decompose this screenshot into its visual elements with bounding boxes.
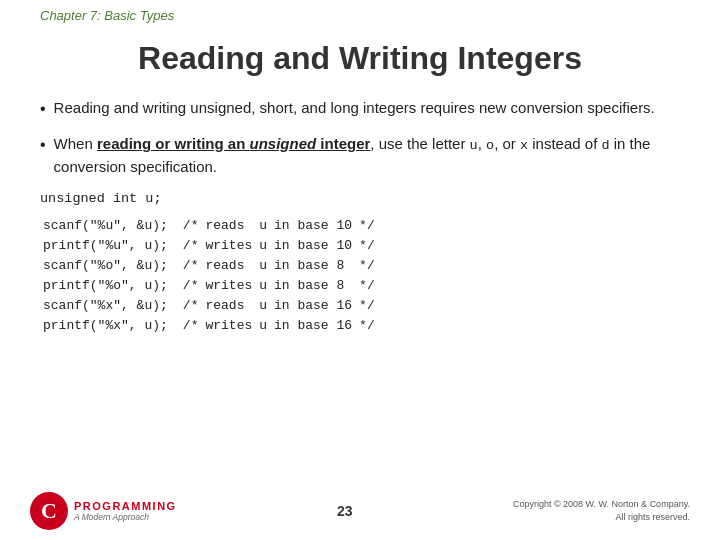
code-base-label: in base 10 <box>270 216 355 236</box>
code-comment-slash: /* <box>171 216 202 236</box>
code-comment-op: writes <box>201 236 255 256</box>
code-comment-op: writes <box>201 276 255 296</box>
chapter-label: Chapter 7: Basic Types <box>40 8 174 23</box>
code-comment-op: writes <box>201 316 255 336</box>
code-end: */ <box>355 296 378 316</box>
code-var: u <box>255 236 270 256</box>
code-base-label: in base 8 <box>270 256 355 276</box>
bullet-point-1: • <box>40 97 46 121</box>
logo-area: C PROGRAMMING A Modern Approach <box>30 492 177 530</box>
code-unsigned-line: unsigned int u; <box>40 191 680 206</box>
code-row: printf("%x", u); /* writes u in base 16 … <box>40 316 378 336</box>
code-base-label: in base 10 <box>270 236 355 256</box>
code-base-label: in base 16 <box>270 316 355 336</box>
code-row: scanf("%x", &u); /* reads u in base 16 *… <box>40 296 378 316</box>
bullet-point-2: • <box>40 133 46 157</box>
logo-c-circle: C <box>30 492 68 530</box>
page-title: Reading and Writing Integers <box>0 40 720 77</box>
logo-approach-text: A Modern Approach <box>74 512 177 522</box>
code-row: scanf("%o", &u); /* reads u in base 8 */ <box>40 256 378 276</box>
code-comment-slash: /* <box>171 296 202 316</box>
code-end: */ <box>355 216 378 236</box>
code-call: printf("%x", u); <box>40 316 171 336</box>
logo-programming-text: PROGRAMMING <box>74 500 177 512</box>
code-call: printf("%o", u); <box>40 276 171 296</box>
code-end: */ <box>355 276 378 296</box>
emphasis-reading: reading or writing an unsigned integer <box>97 135 370 152</box>
code-row: scanf("%u", &u); /* reads u in base 10 *… <box>40 216 378 236</box>
code-comment-op: reads <box>201 296 255 316</box>
code-var: u <box>255 276 270 296</box>
code-comment-slash: /* <box>171 236 202 256</box>
code-end: */ <box>355 256 378 276</box>
code-call: scanf("%o", &u); <box>40 256 171 276</box>
code-row: printf("%o", u); /* writes u in base 8 *… <box>40 276 378 296</box>
code-call: scanf("%u", &u); <box>40 216 171 236</box>
code-comment-slash: /* <box>171 256 202 276</box>
code-var: u <box>255 256 270 276</box>
footer: C PROGRAMMING A Modern Approach 23 Copyr… <box>0 492 720 530</box>
code-call: printf("%u", u); <box>40 236 171 256</box>
page-number: 23 <box>337 503 353 519</box>
code-call: scanf("%x", &u); <box>40 296 171 316</box>
code-comment-op: reads <box>201 256 255 276</box>
code-var: u <box>255 216 270 236</box>
bullet-1-text: Reading and writing unsigned, short, and… <box>54 97 655 120</box>
code-var: u <box>255 316 270 336</box>
bullet-1: • Reading and writing unsigned, short, a… <box>40 97 680 121</box>
code-var: u <box>255 296 270 316</box>
code-comment-slash: /* <box>171 316 202 336</box>
copyright-text: Copyright © 2008 W. W. Norton & Company.… <box>513 498 690 523</box>
bullet-2-text: When reading or writing an unsigned inte… <box>54 133 680 179</box>
code-comment-slash: /* <box>171 276 202 296</box>
code-comment-op: reads <box>201 216 255 236</box>
code-end: */ <box>355 236 378 256</box>
code-table: scanf("%u", &u); /* reads u in base 10 *… <box>40 216 378 337</box>
code-row: printf("%u", u); /* writes u in base 10 … <box>40 236 378 256</box>
code-base-label: in base 16 <box>270 296 355 316</box>
code-base-label: in base 8 <box>270 276 355 296</box>
code-end: */ <box>355 316 378 336</box>
logo-right-text: PROGRAMMING A Modern Approach <box>74 500 177 522</box>
bullet-2: • When reading or writing an unsigned in… <box>40 133 680 179</box>
